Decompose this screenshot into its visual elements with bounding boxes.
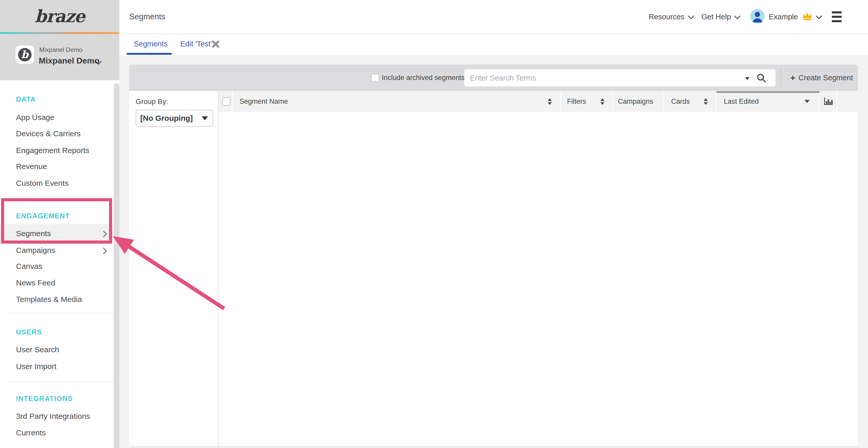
- get-help-label: Get Help: [702, 13, 731, 21]
- sidebar-item-templates-media[interactable]: Templates & Media: [16, 291, 82, 308]
- sidebar-section-engagement: ENGAGEMENT: [16, 212, 70, 220]
- search-input[interactable]: [464, 69, 744, 87]
- sort-desc-icon[interactable]: [804, 100, 810, 103]
- workspace-logo-icon: b: [16, 46, 34, 64]
- plus-icon: +: [790, 73, 796, 83]
- select-all-cell: [219, 91, 233, 112]
- sidebar-item-3rd-party-integrations[interactable]: 3rd Party Integrations: [16, 408, 90, 424]
- crown-icon: [802, 12, 812, 22]
- user-name: Example: [769, 13, 798, 21]
- column-label: Cards: [671, 98, 690, 106]
- close-tab-icon[interactable]: [212, 40, 220, 48]
- chevron-right-icon: [100, 247, 107, 254]
- group-by-label: Group By:: [135, 98, 168, 106]
- create-segment-button[interactable]: + Create Segment: [785, 65, 858, 91]
- tab-bar: Segments Edit 'Test': [119, 34, 868, 55]
- create-segment-label: Create Segment: [799, 74, 853, 82]
- tab-edit-test[interactable]: Edit 'Test': [180, 34, 212, 54]
- toolbar-divider: [781, 69, 781, 87]
- sidebar-item-segments[interactable]: Segments: [16, 225, 51, 242]
- sidebar-scrollbar[interactable]: [114, 83, 119, 448]
- sort-icon[interactable]: [548, 98, 552, 105]
- column-label: Last Edited: [724, 98, 759, 106]
- sidebar-item-devices-carriers[interactable]: Devices & Carriers: [16, 126, 81, 142]
- sidebar-item-news-feed[interactable]: News Feed: [16, 275, 55, 291]
- chevron-down-icon: [688, 13, 694, 19]
- segments-table-header: Segment Name Filters Campaigns Cards Las…: [218, 91, 858, 112]
- workspace-name: Mixpanel Demo: [39, 56, 99, 66]
- sidebar-item-app-usage[interactable]: App Usage: [16, 109, 54, 126]
- select-caret-icon: [202, 116, 208, 120]
- segments-table-body: [218, 112, 858, 446]
- search-dropdown-caret-icon[interactable]: [745, 77, 750, 80]
- page-title: Segments: [129, 0, 165, 34]
- include-archived-checkbox[interactable]: [371, 74, 379, 82]
- column-segment-name[interactable]: Segment Name: [233, 91, 561, 112]
- sort-icon[interactable]: [704, 98, 708, 105]
- select-all-checkbox[interactable]: [222, 97, 230, 106]
- sidebar: braze b Mixpanel Demo Mixpanel Demo DATA…: [0, 0, 119, 448]
- active-tab-underline: [127, 53, 172, 55]
- sidebar-section-data: DATA: [16, 95, 36, 103]
- bar-chart-icon: [823, 96, 834, 107]
- column-cards[interactable]: Cards: [664, 91, 716, 112]
- sidebar-item-user-search[interactable]: User Search: [16, 341, 59, 358]
- braze-app: braze b Mixpanel Demo Mixpanel Demo DATA…: [0, 0, 868, 448]
- top-header: Segments Resources Get Help Example: [119, 0, 868, 34]
- braze-logo[interactable]: braze: [0, 0, 119, 32]
- sidebar-item-user-import[interactable]: User Import: [16, 358, 57, 375]
- sidebar-item-currents[interactable]: Currents: [16, 424, 46, 441]
- sidebar-item-campaigns[interactable]: Campaigns: [16, 242, 55, 259]
- sidebar-section-users: USERS: [16, 328, 42, 336]
- column-label: Filters: [567, 98, 586, 106]
- tab-segments[interactable]: Segments: [134, 34, 168, 54]
- chevron-down-icon: [815, 13, 822, 19]
- brand-block: braze: [0, 0, 119, 32]
- workspace-selector[interactable]: b Mixpanel Demo Mixpanel Demo: [0, 34, 119, 80]
- sort-icon[interactable]: [600, 98, 604, 105]
- svg-text:b: b: [21, 48, 29, 60]
- column-filters[interactable]: Filters: [561, 91, 613, 112]
- search-box: [464, 69, 776, 87]
- column-label: Segment Name: [240, 98, 288, 106]
- sidebar-divider: [8, 381, 113, 382]
- sidebar-item-canvas[interactable]: Canvas: [16, 258, 42, 275]
- sidebar-item-revenue[interactable]: Revenue: [16, 158, 47, 175]
- group-by-panel: Group By: [No Grouping]: [129, 91, 218, 446]
- avatar: [750, 9, 765, 25]
- column-analytics[interactable]: [819, 91, 838, 112]
- group-by-value: [No Grouping]: [140, 110, 193, 126]
- hamburger-menu-icon[interactable]: [832, 11, 842, 22]
- column-label: Campaigns: [618, 98, 653, 106]
- chevron-down-icon: [734, 13, 741, 19]
- column-campaigns[interactable]: Campaigns: [613, 91, 664, 112]
- include-archived-label: Include archived segments: [382, 65, 465, 91]
- column-blank: [838, 91, 858, 112]
- user-menu[interactable]: Example: [750, 0, 821, 34]
- get-help-menu[interactable]: Get Help: [702, 0, 740, 34]
- column-last-edited[interactable]: Last Edited: [716, 91, 819, 112]
- sidebar-section-integrations: INTEGRATIONS: [16, 394, 73, 403]
- resources-label: Resources: [649, 13, 685, 21]
- sidebar-item-custom-events[interactable]: Custom Events: [16, 175, 68, 192]
- active-sort-indicator: [716, 91, 819, 93]
- sidebar-divider: [8, 313, 113, 313]
- group-by-select[interactable]: [No Grouping]: [135, 110, 213, 127]
- segments-toolbar: Include archived segments + Create Segme…: [129, 65, 858, 91]
- workspace-group-label: Mixpanel Demo: [39, 46, 83, 54]
- card-bottom-border: [129, 446, 857, 447]
- sidebar-item-engagement-reports[interactable]: Engagement Reports: [16, 142, 89, 159]
- resources-menu[interactable]: Resources: [649, 0, 693, 34]
- search-icon[interactable]: [756, 73, 766, 84]
